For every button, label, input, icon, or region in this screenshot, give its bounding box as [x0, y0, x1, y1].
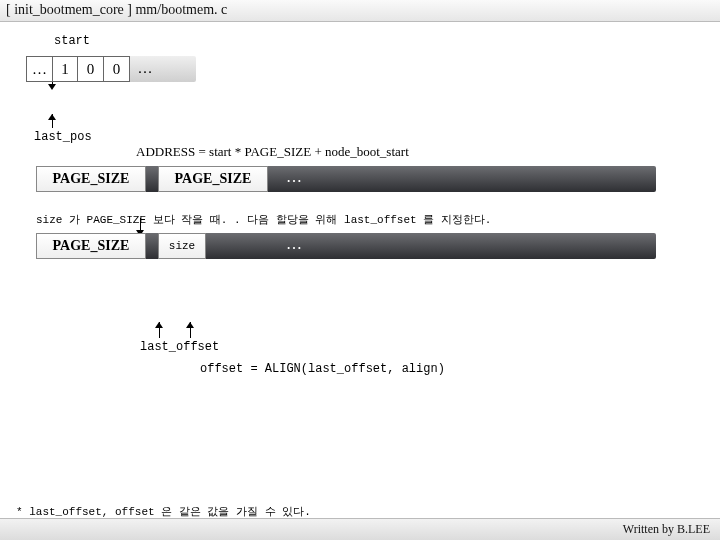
bitmap-cell-0b: 0 — [104, 56, 130, 82]
offset-formula: offset = ALIGN(last_offset, align) — [200, 362, 445, 376]
bitmap-cell-ellipsis-left: … — [26, 56, 52, 82]
arrow-lastpos-head-icon — [48, 114, 56, 120]
bitmap-row: … 1 0 0 … — [26, 56, 704, 88]
note-size-condition: size 가 PAGE_SIZE 보다 작을 때. . 다음 할당을 위해 la… — [36, 212, 704, 227]
page-cell-1b: PAGE_SIZE — [158, 166, 268, 192]
bitmap-cell-1: 1 — [52, 56, 78, 82]
page-row-2-dots: … — [286, 235, 302, 253]
page-cell-1a: PAGE_SIZE — [36, 166, 146, 192]
footer-author: Written by B.LEE — [623, 522, 710, 536]
page-cell-2a: PAGE_SIZE — [36, 233, 146, 259]
title-text: [ init_bootmem_core ] mm/bootmem. c — [6, 2, 227, 17]
label-start: start — [54, 34, 704, 48]
label-last-offset: last_offset — [140, 340, 219, 354]
title-bar: [ init_bootmem_core ] mm/bootmem. c — [0, 0, 720, 22]
bitmap-cell-ellipsis-right: … — [130, 56, 160, 82]
arrow-size-start-head-icon — [155, 322, 163, 328]
page-row-1: PAGE_SIZE PAGE_SIZE … — [36, 166, 704, 200]
page-row-1-dots: … — [286, 168, 302, 186]
slide-content: start … 1 0 0 … last_pos ADDRESS = start… — [0, 22, 720, 267]
page-cell-2-size: size — [158, 233, 206, 259]
arrow-size-end-head-icon — [186, 322, 194, 328]
footer-bar: Written by B.LEE — [0, 518, 720, 540]
bitmap-cell-0a: 0 — [78, 56, 104, 82]
address-formula: ADDRESS = start * PAGE_SIZE + node_boot_… — [136, 144, 704, 160]
page-row-2: PAGE_SIZE size … — [36, 233, 704, 267]
footnote: * last_offset, offset 은 같은 값을 가질 수 있다. — [16, 504, 311, 519]
label-last-pos: last_pos — [34, 130, 92, 144]
